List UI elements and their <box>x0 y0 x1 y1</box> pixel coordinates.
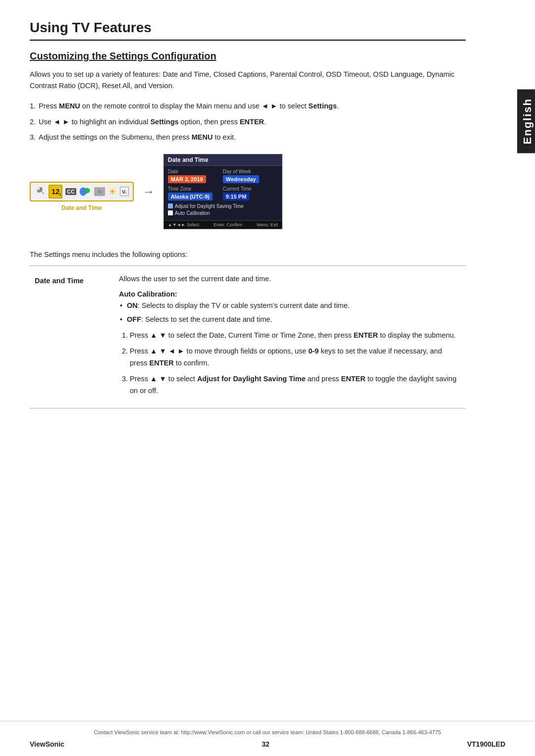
bold-menu2: MENU <box>192 133 213 141</box>
feature-table: Date and Time Allows the user to set the… <box>30 265 466 408</box>
dt-tz-label: Time Zone <box>168 186 223 192</box>
dt-date-label: Date <box>168 169 223 174</box>
feature-desc-date-time: Allows the user to set the current date … <box>109 266 466 408</box>
dt-dow-value: Wednesday <box>223 175 259 183</box>
menu-date-label: Date and Time <box>61 204 102 211</box>
step-2: 2. Use ◄ ► to highlight an individual Se… <box>30 116 466 128</box>
dt-check2-row: Auto Calibration <box>168 210 278 216</box>
globe-icons <box>79 187 91 197</box>
bold-menu: MENU <box>59 102 80 110</box>
dt-check1-box <box>168 203 173 208</box>
dt-row-1: Date MAR 3, 2010 Day of Week Wednesday <box>168 169 278 183</box>
footer-nav: ViewSonic 32 VT1900LED <box>30 740 505 748</box>
table-row-date-time: Date and Time Allows the user to set the… <box>30 266 466 408</box>
dt-date-value: MAR 3, 2010 <box>168 175 206 183</box>
dt-panel-body: Date MAR 3, 2010 Day of Week Wednesday T… <box>164 166 282 220</box>
auto-cal-on: ON: Selects to display the TV or cable s… <box>119 300 461 312</box>
sub-step-1: Press ▲ ▼ to select the Date, Current Ti… <box>130 330 461 342</box>
arrow-right-icon: → <box>143 185 155 199</box>
dt-date-col: Date MAR 3, 2010 <box>168 169 223 183</box>
intro-paragraph: Allows you to set up a variety of featur… <box>30 69 466 92</box>
steps-list: 1. Press MENU on the remote control to d… <box>30 101 466 143</box>
dt-panel: Date and Time Date MAR 3, 2010 Day of We… <box>163 154 282 229</box>
dt-dow-col: Day of Week Wednesday <box>223 169 278 183</box>
tv-menu-wrapper: 12i CC ⊙ ☀ <box>30 182 134 202</box>
page-footer: Contact ViewSonic service team at: http:… <box>0 721 535 756</box>
sub-step-2: Press ▲ ▼ ◄ ► to move through fields or … <box>130 346 461 369</box>
dt-row-2: Time Zone Alaska (UTC-9) Current Time 9:… <box>168 186 278 201</box>
v-icon: v. <box>120 187 129 196</box>
dt-check2-box <box>168 210 173 215</box>
auto-cal-list: ON: Selects to display the TV or cable s… <box>119 300 461 326</box>
wrench-icon <box>35 186 46 197</box>
dt-footer-menu: Menu: Exit <box>257 222 278 227</box>
feature-label-date-time: Date and Time <box>30 266 109 408</box>
step-3: 3. Adjust the settings on the Submenu, t… <box>30 132 466 143</box>
auto-cal-heading: Auto Calibration: <box>119 288 461 301</box>
dt-panel-title: Date and Time <box>164 154 282 166</box>
dt-check2-label: Auto Calibration <box>175 210 210 216</box>
dt-ct-label: Current Time <box>223 186 278 192</box>
step-1: 1. Press MENU on the remote control to d… <box>30 101 466 112</box>
dt-footer-select: ▲▼◄► Select <box>168 222 199 227</box>
dt-footer: ▲▼◄► Select Enter: Confirm Menu: Exit <box>164 220 282 229</box>
tv-menu-bar: 12i CC ⊙ ☀ <box>30 182 134 202</box>
dt-tz-col: Time Zone Alaska (UTC-9) <box>168 186 223 201</box>
bold-settings2: Settings <box>150 118 178 126</box>
language-tab: English <box>517 89 535 153</box>
dt-check1-row: Adjust for Daylight Saving Time <box>168 203 278 209</box>
menu-illustration: 12i CC ⊙ ☀ <box>30 154 466 229</box>
dt-dow-label: Day of Week <box>223 169 278 174</box>
auto-cal-off: OFF: Selects to set the current date and… <box>119 314 461 326</box>
sub-step-3: Press ▲ ▼ to select Adjust for Daylight … <box>130 373 461 397</box>
footer-page-num: 32 <box>262 740 270 748</box>
sun-icon: ☀ <box>108 186 117 198</box>
dt-ct-value: 9:15 PM <box>223 193 250 201</box>
dt-tz-value: Alaska (UTC-9) <box>168 193 213 201</box>
page-title: Using TV Features <box>30 20 466 41</box>
bold-settings: Settings <box>309 102 337 110</box>
includes-text: The Settings menu includes the following… <box>30 249 466 260</box>
dt-check1-label: Adjust for Daylight Saving Time <box>175 203 244 209</box>
footer-brand: ViewSonic <box>30 740 64 748</box>
footer-contact: Contact ViewSonic service team at: http:… <box>30 729 505 735</box>
footer-model: VT1900LED <box>467 740 505 748</box>
bold-enter: ENTER <box>240 118 264 126</box>
desc-intro: Allows the user to set the current date … <box>119 273 461 285</box>
number-icon: 12i <box>49 185 62 199</box>
dt-ct-col: Current Time 9:15 PM <box>223 186 278 201</box>
dt-footer-enter: Enter: Confirm <box>214 222 242 227</box>
small-icon: ⊙ <box>94 187 105 196</box>
svg-point-3 <box>85 188 90 193</box>
section-heading: Customizing the Settings Configuration <box>30 50 466 62</box>
cc-icon: CC <box>65 188 76 195</box>
sub-steps-list: Press ▲ ▼ to select the Date, Current Ti… <box>119 330 461 397</box>
